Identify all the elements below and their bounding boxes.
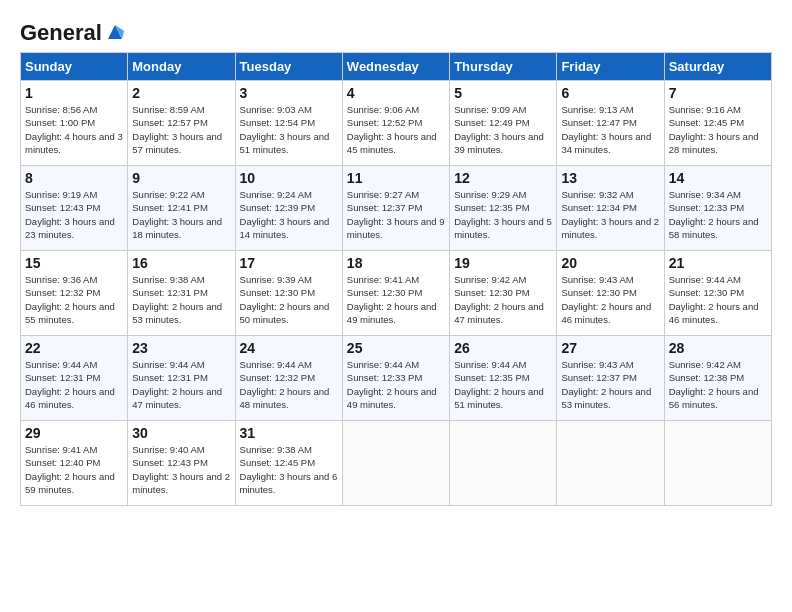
day-info: Sunrise: 8:59 AMSunset: 12:57 PMDaylight… <box>132 103 230 156</box>
day-number: 14 <box>669 170 767 186</box>
day-info: Sunrise: 9:09 AMSunset: 12:49 PMDaylight… <box>454 103 552 156</box>
day-info: Sunrise: 9:40 AMSunset: 12:43 PMDaylight… <box>132 443 230 496</box>
day-info: Sunrise: 9:44 AMSunset: 12:33 PMDaylight… <box>347 358 445 411</box>
day-info: Sunrise: 9:43 AMSunset: 12:37 PMDaylight… <box>561 358 659 411</box>
day-info: Sunrise: 9:29 AMSunset: 12:35 PMDaylight… <box>454 188 552 241</box>
day-info: Sunrise: 9:41 AMSunset: 12:30 PMDaylight… <box>347 273 445 326</box>
calendar-week-row: 29Sunrise: 9:41 AMSunset: 12:40 PMDaylig… <box>21 421 772 506</box>
day-number: 26 <box>454 340 552 356</box>
calendar-cell <box>450 421 557 506</box>
calendar-cell: 20Sunrise: 9:43 AMSunset: 12:30 PMDaylig… <box>557 251 664 336</box>
calendar-cell <box>664 421 771 506</box>
day-info: Sunrise: 9:19 AMSunset: 12:43 PMDaylight… <box>25 188 123 241</box>
calendar-cell: 26Sunrise: 9:44 AMSunset: 12:35 PMDaylig… <box>450 336 557 421</box>
calendar-cell: 15Sunrise: 9:36 AMSunset: 12:32 PMDaylig… <box>21 251 128 336</box>
column-header-sunday: Sunday <box>21 53 128 81</box>
day-info: Sunrise: 9:44 AMSunset: 12:35 PMDaylight… <box>454 358 552 411</box>
column-header-friday: Friday <box>557 53 664 81</box>
calendar-cell: 8Sunrise: 9:19 AMSunset: 12:43 PMDayligh… <box>21 166 128 251</box>
day-info: Sunrise: 9:16 AMSunset: 12:45 PMDaylight… <box>669 103 767 156</box>
calendar-week-row: 15Sunrise: 9:36 AMSunset: 12:32 PMDaylig… <box>21 251 772 336</box>
calendar-cell: 16Sunrise: 9:38 AMSunset: 12:31 PMDaylig… <box>128 251 235 336</box>
calendar-cell: 25Sunrise: 9:44 AMSunset: 12:33 PMDaylig… <box>342 336 449 421</box>
calendar-cell: 27Sunrise: 9:43 AMSunset: 12:37 PMDaylig… <box>557 336 664 421</box>
day-number: 19 <box>454 255 552 271</box>
day-number: 4 <box>347 85 445 101</box>
day-info: Sunrise: 9:22 AMSunset: 12:41 PMDaylight… <box>132 188 230 241</box>
day-number: 11 <box>347 170 445 186</box>
day-info: Sunrise: 9:41 AMSunset: 12:40 PMDaylight… <box>25 443 123 496</box>
calendar-cell: 7Sunrise: 9:16 AMSunset: 12:45 PMDayligh… <box>664 81 771 166</box>
day-info: Sunrise: 9:38 AMSunset: 12:45 PMDaylight… <box>240 443 338 496</box>
column-header-saturday: Saturday <box>664 53 771 81</box>
calendar-cell: 18Sunrise: 9:41 AMSunset: 12:30 PMDaylig… <box>342 251 449 336</box>
calendar-cell: 21Sunrise: 9:44 AMSunset: 12:30 PMDaylig… <box>664 251 771 336</box>
day-number: 5 <box>454 85 552 101</box>
calendar-cell: 28Sunrise: 9:42 AMSunset: 12:38 PMDaylig… <box>664 336 771 421</box>
day-info: Sunrise: 9:38 AMSunset: 12:31 PMDaylight… <box>132 273 230 326</box>
day-number: 1 <box>25 85 123 101</box>
day-number: 29 <box>25 425 123 441</box>
calendar-cell: 5Sunrise: 9:09 AMSunset: 12:49 PMDayligh… <box>450 81 557 166</box>
calendar-cell: 14Sunrise: 9:34 AMSunset: 12:33 PMDaylig… <box>664 166 771 251</box>
day-info: Sunrise: 9:44 AMSunset: 12:31 PMDaylight… <box>25 358 123 411</box>
day-info: Sunrise: 9:34 AMSunset: 12:33 PMDaylight… <box>669 188 767 241</box>
calendar-cell: 22Sunrise: 9:44 AMSunset: 12:31 PMDaylig… <box>21 336 128 421</box>
day-number: 17 <box>240 255 338 271</box>
day-info: Sunrise: 9:03 AMSunset: 12:54 PMDaylight… <box>240 103 338 156</box>
day-number: 30 <box>132 425 230 441</box>
column-header-wednesday: Wednesday <box>342 53 449 81</box>
day-info: Sunrise: 9:44 AMSunset: 12:30 PMDaylight… <box>669 273 767 326</box>
day-number: 21 <box>669 255 767 271</box>
day-info: Sunrise: 9:32 AMSunset: 12:34 PMDaylight… <box>561 188 659 241</box>
calendar-cell: 17Sunrise: 9:39 AMSunset: 12:30 PMDaylig… <box>235 251 342 336</box>
calendar-cell: 1Sunrise: 8:56 AMSunset: 1:00 PMDaylight… <box>21 81 128 166</box>
day-number: 2 <box>132 85 230 101</box>
calendar-week-row: 8Sunrise: 9:19 AMSunset: 12:43 PMDayligh… <box>21 166 772 251</box>
day-number: 13 <box>561 170 659 186</box>
day-info: Sunrise: 9:43 AMSunset: 12:30 PMDaylight… <box>561 273 659 326</box>
day-number: 6 <box>561 85 659 101</box>
calendar-cell: 13Sunrise: 9:32 AMSunset: 12:34 PMDaylig… <box>557 166 664 251</box>
page-header: General <box>20 20 772 42</box>
day-number: 16 <box>132 255 230 271</box>
calendar-cell: 9Sunrise: 9:22 AMSunset: 12:41 PMDayligh… <box>128 166 235 251</box>
logo: General <box>20 20 126 42</box>
day-info: Sunrise: 9:42 AMSunset: 12:30 PMDaylight… <box>454 273 552 326</box>
calendar-cell: 4Sunrise: 9:06 AMSunset: 12:52 PMDayligh… <box>342 81 449 166</box>
calendar-cell: 3Sunrise: 9:03 AMSunset: 12:54 PMDayligh… <box>235 81 342 166</box>
day-info: Sunrise: 9:44 AMSunset: 12:31 PMDaylight… <box>132 358 230 411</box>
logo-general: General <box>20 20 102 46</box>
day-number: 24 <box>240 340 338 356</box>
calendar-table: SundayMondayTuesdayWednesdayThursdayFrid… <box>20 52 772 506</box>
calendar-cell: 30Sunrise: 9:40 AMSunset: 12:43 PMDaylig… <box>128 421 235 506</box>
day-number: 23 <box>132 340 230 356</box>
day-info: Sunrise: 9:06 AMSunset: 12:52 PMDaylight… <box>347 103 445 156</box>
day-number: 20 <box>561 255 659 271</box>
day-info: Sunrise: 9:24 AMSunset: 12:39 PMDaylight… <box>240 188 338 241</box>
day-number: 28 <box>669 340 767 356</box>
day-number: 25 <box>347 340 445 356</box>
day-info: Sunrise: 9:27 AMSunset: 12:37 PMDaylight… <box>347 188 445 241</box>
column-header-monday: Monday <box>128 53 235 81</box>
day-info: Sunrise: 9:36 AMSunset: 12:32 PMDaylight… <box>25 273 123 326</box>
logo-icon <box>104 21 126 43</box>
calendar-cell: 11Sunrise: 9:27 AMSunset: 12:37 PMDaylig… <box>342 166 449 251</box>
day-number: 12 <box>454 170 552 186</box>
column-header-thursday: Thursday <box>450 53 557 81</box>
calendar-cell: 31Sunrise: 9:38 AMSunset: 12:45 PMDaylig… <box>235 421 342 506</box>
day-info: Sunrise: 9:42 AMSunset: 12:38 PMDaylight… <box>669 358 767 411</box>
day-number: 3 <box>240 85 338 101</box>
day-info: Sunrise: 8:56 AMSunset: 1:00 PMDaylight:… <box>25 103 123 156</box>
calendar-week-row: 22Sunrise: 9:44 AMSunset: 12:31 PMDaylig… <box>21 336 772 421</box>
calendar-cell: 24Sunrise: 9:44 AMSunset: 12:32 PMDaylig… <box>235 336 342 421</box>
day-info: Sunrise: 9:44 AMSunset: 12:32 PMDaylight… <box>240 358 338 411</box>
day-number: 27 <box>561 340 659 356</box>
calendar-cell: 29Sunrise: 9:41 AMSunset: 12:40 PMDaylig… <box>21 421 128 506</box>
calendar-cell: 6Sunrise: 9:13 AMSunset: 12:47 PMDayligh… <box>557 81 664 166</box>
calendar-week-row: 1Sunrise: 8:56 AMSunset: 1:00 PMDaylight… <box>21 81 772 166</box>
day-number: 22 <box>25 340 123 356</box>
day-number: 8 <box>25 170 123 186</box>
day-info: Sunrise: 9:13 AMSunset: 12:47 PMDaylight… <box>561 103 659 156</box>
day-number: 9 <box>132 170 230 186</box>
